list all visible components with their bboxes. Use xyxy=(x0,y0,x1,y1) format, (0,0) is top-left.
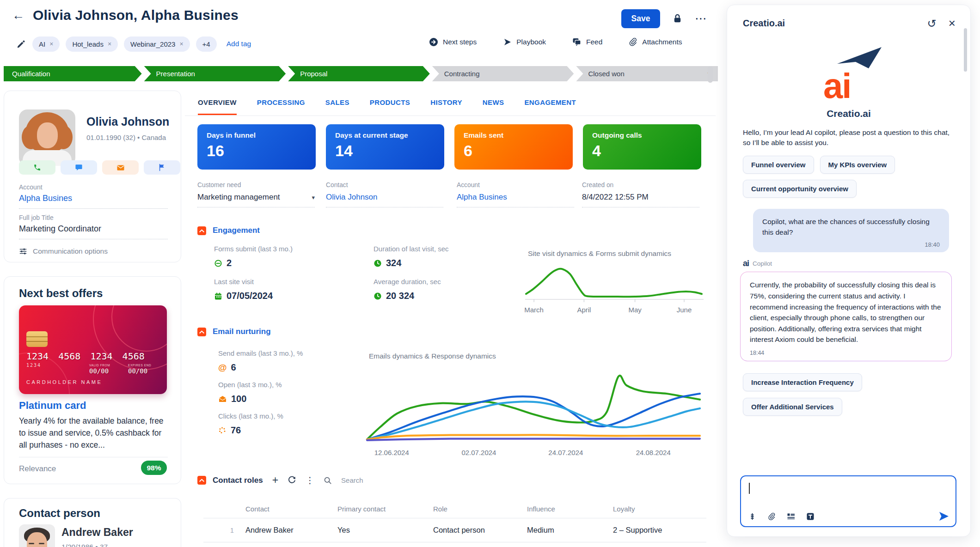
close-icon[interactable]: × xyxy=(949,16,956,30)
quick-toolbar: Next steps Playbook Feed Attachments xyxy=(429,37,682,47)
stage-proposal[interactable]: Proposal xyxy=(288,66,430,81)
tab-overview[interactable]: OVERVIEW xyxy=(198,98,237,115)
tab-news[interactable]: NEWS xyxy=(483,98,504,115)
tab-sales[interactable]: SALES xyxy=(325,98,349,115)
search-input[interactable] xyxy=(341,476,397,484)
suggestion-funnel-overview[interactable]: Funnel overview xyxy=(743,156,814,174)
attachments-button[interactable]: Attachments xyxy=(628,37,682,47)
account-link[interactable]: Alpha Busines xyxy=(457,193,507,202)
table-row[interactable]: 1 Andrew Baker Yes Contact person Medium… xyxy=(203,518,706,542)
offer-link[interactable]: Platinum card xyxy=(19,400,86,412)
profile-actions xyxy=(19,160,180,175)
metric-outgoing-calls[interactable]: Outgoing calls 4 xyxy=(583,124,701,170)
open-mail-icon xyxy=(218,395,227,403)
playbook-button[interactable]: Playbook xyxy=(502,37,546,47)
field-customer-need: Customer need Marketing management ▾ xyxy=(197,182,315,207)
chat-input[interactable] xyxy=(740,475,956,527)
back-arrow-icon[interactable]: ← xyxy=(12,9,24,22)
row-contact-link[interactable]: Andrew Baker xyxy=(245,526,337,535)
column-header[interactable]: Influence xyxy=(527,505,613,513)
more-options-icon[interactable]: ⋯ xyxy=(695,16,708,21)
collapse-icon[interactable] xyxy=(197,226,206,235)
action-increase-frequency[interactable]: Increase Interaction Frequency xyxy=(743,373,862,391)
feed-button[interactable]: Feed xyxy=(572,37,602,47)
tag-chip[interactable]: Hot_leads × xyxy=(66,36,118,52)
paperclip-icon xyxy=(628,37,637,47)
template-icon[interactable] xyxy=(787,512,795,521)
sales-funnel: Qualification Presentation Proposal Cont… xyxy=(4,66,718,81)
metric-days-in-funnel[interactable]: Days in funnel 16 xyxy=(197,124,316,170)
action-offer-services[interactable]: Offer Additional Services xyxy=(743,398,842,416)
pencil-icon[interactable] xyxy=(17,39,26,49)
tag-chip[interactable]: Webinar_2023 × xyxy=(124,36,190,52)
stage-presentation[interactable]: Presentation xyxy=(144,66,286,81)
column-header[interactable]: Primary contact xyxy=(337,505,433,513)
engagement-title[interactable]: Engagement xyxy=(213,226,260,235)
creatio-ai-logo: ai xyxy=(809,47,888,101)
text-format-icon[interactable] xyxy=(806,512,815,521)
panel-scrollbar[interactable] xyxy=(964,28,967,72)
communication-options-button[interactable]: Communication options xyxy=(19,247,108,255)
clock-icon xyxy=(374,259,382,267)
avatar xyxy=(19,524,55,547)
tab-products[interactable]: PRODUCTS xyxy=(370,98,410,115)
call-button[interactable] xyxy=(19,160,55,175)
lock-icon[interactable] xyxy=(672,13,683,24)
metric-emails-sent[interactable]: Emails sent 6 xyxy=(454,124,573,170)
suggestion-kpis-overview[interactable]: My KPIs overview xyxy=(820,156,895,174)
job-title-value: Marketing Coordinator xyxy=(19,224,101,234)
email-nurturing-section-header: Email nurturing xyxy=(197,327,271,336)
tag-remove-icon[interactable]: × xyxy=(179,40,183,48)
tag-chip[interactable]: AI × xyxy=(32,36,60,52)
tab-engagement[interactable]: ENGAGEMENT xyxy=(524,98,576,115)
tag-remove-icon[interactable]: × xyxy=(108,40,111,48)
collapse-icon[interactable] xyxy=(197,328,206,336)
card-number-small: 1234 xyxy=(26,363,41,368)
metric-days-at-stage[interactable]: Days at current stage 14 xyxy=(326,124,444,170)
contact-link[interactable]: Olivia Johnson xyxy=(326,193,378,202)
column-header[interactable]: Contact xyxy=(245,505,337,513)
column-header[interactable]: Role xyxy=(433,505,527,513)
add-tag-button[interactable]: Add tag xyxy=(227,40,251,48)
tab-history[interactable]: HISTORY xyxy=(430,98,462,115)
tag-overflow-chip[interactable]: +4 xyxy=(196,36,217,52)
tag-remove-icon[interactable]: × xyxy=(49,40,53,48)
search-icon[interactable] xyxy=(324,476,332,485)
tab-processing[interactable]: PROCESSING xyxy=(257,98,305,115)
credit-card-image[interactable]: 1234 4568 1234 4568 1234 VALID FROM 00/0… xyxy=(19,305,167,394)
field-label: Duration of last visit, sec xyxy=(374,245,449,253)
metric-label: Days in funnel xyxy=(207,131,306,140)
relevance-label: Relevance xyxy=(19,464,56,474)
customer-need-dropdown[interactable]: Marketing management ▾ xyxy=(197,193,315,207)
cardholder-name: CARDHOLDER NAME xyxy=(26,379,102,385)
next-steps-button[interactable]: Next steps xyxy=(429,37,477,47)
email-nurturing-title[interactable]: Email nurturing xyxy=(213,327,271,336)
main-scrollbar[interactable] xyxy=(708,66,713,83)
sliders-icon xyxy=(19,247,27,255)
suggestion-opportunity-overview[interactable]: Current opportunity overview xyxy=(743,180,857,198)
send-icon[interactable] xyxy=(939,511,949,521)
save-button[interactable]: Save xyxy=(621,9,660,28)
refresh-icon[interactable] xyxy=(288,476,296,485)
stage-contracting[interactable]: Contracting xyxy=(432,66,574,81)
stage-closed-won[interactable]: Closed won ▾ xyxy=(576,66,718,81)
kebab-menu-icon[interactable]: ⋮ xyxy=(306,475,314,486)
svg-text:02.07.2024: 02.07.2024 xyxy=(461,449,496,456)
email-button[interactable] xyxy=(102,160,139,175)
svg-text:June: June xyxy=(677,306,692,314)
column-header[interactable]: Loyalty xyxy=(613,505,706,513)
reset-icon[interactable]: ↺ xyxy=(927,17,937,30)
field-label: Send emails (last 3 mo.), % xyxy=(218,349,303,357)
collapse-icon[interactable] xyxy=(197,476,206,485)
contact-person-name[interactable]: Andrew Baker xyxy=(61,526,133,539)
stage-qualification[interactable]: Qualification xyxy=(4,66,142,81)
slider-icon[interactable] xyxy=(748,512,756,521)
add-icon[interactable]: + xyxy=(272,475,278,486)
field-label: Open (last 3 mo.), % xyxy=(218,381,282,389)
flag-button[interactable] xyxy=(144,160,180,175)
tag-label: Webinar_2023 xyxy=(130,40,175,48)
attach-icon[interactable] xyxy=(767,512,776,521)
chat-button[interactable] xyxy=(61,160,97,175)
account-link[interactable]: Alpha Busines xyxy=(19,194,72,203)
card-chip xyxy=(26,331,48,347)
